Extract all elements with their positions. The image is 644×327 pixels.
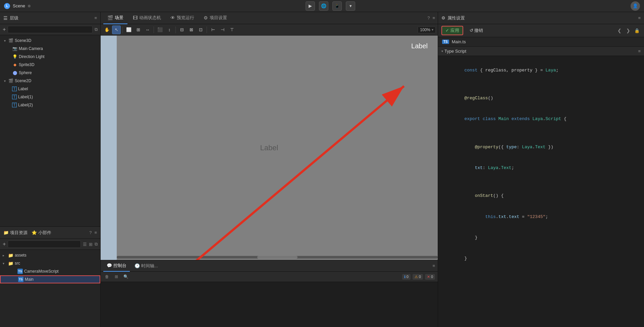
transform1-tool-button[interactable]: ⊢ — [209, 25, 217, 34]
play-button[interactable]: ▶ — [306, 1, 315, 11]
panel1-tool-button[interactable]: ⊟ — [177, 25, 186, 34]
transform2-tool-button[interactable]: ⊣ — [218, 25, 227, 34]
project-filter-icon[interactable]: ☰ — [83, 242, 87, 247]
console-badges: ℹ 0 ⚠ 0 ✕ 0 — [402, 274, 435, 280]
hand-tool-button[interactable]: ✋ — [103, 25, 111, 34]
next-button[interactable]: ❯ — [625, 27, 632, 34]
title-bar: L Scene ▶ 🌐 📱 ▾ 👤 — [0, 0, 644, 12]
panel3-tool-button[interactable]: ⊡ — [196, 25, 205, 34]
title-dot — [28, 5, 31, 7]
hierarchy-search-bar: + ⧉ — [0, 24, 100, 35]
preview-tab-label: 预览运行 — [177, 15, 194, 21]
console-header: 💬 控制台 🕐 时间轴... ≡ — [101, 260, 438, 272]
code-line-1: const { regClass, property } = Laya; — [443, 60, 639, 81]
project-menu-icon[interactable]: ≡ — [94, 230, 97, 235]
grid-tool-button[interactable]: ⊞ — [134, 25, 143, 34]
tree-item-label1[interactable]: T Label — [0, 85, 100, 93]
toolbar-sep-3 — [175, 26, 176, 33]
scene-label-top-right: Label — [411, 42, 428, 50]
cancel-button[interactable]: ↺ 撤销 — [466, 26, 487, 35]
tab-project-assets[interactable]: 📁 项目资源 — [3, 230, 28, 236]
scene-toolbar: ✋ ↖ ⬜ ⊞ ↔ ⬛ ↕ ⊟ ⊠ ⊡ ⊢ ⊣ ⊤ 100% ▾ — [101, 24, 438, 36]
properties-header: ⚙ 属性设置 ≡ — [438, 12, 644, 24]
project-item-camera-script[interactable]: TS CameraMoveScript — [0, 267, 100, 275]
tree-arrow — [7, 47, 11, 51]
tree-item-scene3d[interactable]: ▾ 🎬 Scene3D — [0, 37, 100, 45]
scene-menu-icon[interactable]: ≡ — [432, 15, 435, 20]
tab-timeline[interactable]: 🕐 时间轴... — [131, 260, 161, 272]
main-ts-icon: TS — [18, 277, 23, 282]
project-help-icon[interactable]: ? — [89, 230, 92, 235]
tab-console[interactable]: 💬 控制台 — [103, 260, 130, 272]
assets-folder-icon: 📁 — [8, 253, 13, 258]
camera-script-label: CameraMoveScript — [24, 269, 59, 274]
tree-item-sprite3d[interactable]: ◆ Sprite3D — [0, 61, 100, 69]
project-copy-icon[interactable]: ⧉ — [95, 241, 98, 247]
properties-header-left: ⚙ 属性设置 — [441, 15, 465, 21]
right-panel: ⚙ 属性设置 ≡ ✓ 应用 ↺ 撤销 ❮ ❯ 🔒 TS Main.ts ▾ — [438, 12, 644, 327]
dropdown-button[interactable]: ▾ — [346, 1, 355, 11]
project-grid-icon[interactable]: ⊞ — [89, 242, 93, 247]
lock-button[interactable]: 🔒 — [633, 27, 641, 34]
code-line-blank1 — [443, 81, 639, 88]
rect2-tool-button[interactable]: ⬛ — [156, 25, 164, 34]
preview-tab-icon: 👁 — [170, 15, 175, 20]
code-line-4: export class Main extends Laya.Script { — [443, 109, 639, 130]
sprite3d-icon: ◆ — [12, 62, 17, 67]
src-folder-icon: 📁 — [8, 261, 13, 266]
hierarchy-search-input[interactable] — [8, 26, 93, 33]
panel2-tool-button[interactable]: ⊠ — [187, 25, 196, 34]
tab-animation[interactable]: 🎞 动画状态机 — [129, 12, 165, 24]
section-collapse-arrow[interactable]: ▾ — [441, 49, 443, 53]
transform3-tool-button[interactable]: ⊤ — [227, 25, 236, 34]
project-search-input[interactable] — [8, 240, 81, 248]
center-tab-bar: 🎬 场景 🎞 动画状态机 👁 预览运行 ⚙ 项目设置 ? ≡ — [101, 12, 438, 24]
scene2d-label: Scene2D — [15, 78, 31, 83]
tree-item-main-camera[interactable]: 📷 Main Camera — [0, 45, 100, 53]
rect-tool-button[interactable]: ⬜ — [124, 25, 133, 34]
label2-label: Label(1) — [18, 95, 33, 99]
tree-item-scene2d[interactable]: ▾ 🎬 Scene2D — [0, 77, 100, 85]
tree-arrow — [7, 103, 11, 107]
main-label: Main — [25, 277, 34, 282]
move-tool-button[interactable]: ↔ — [143, 25, 152, 34]
main-camera-label: Main Camera — [19, 46, 43, 51]
scene-scrollbar[interactable] — [117, 256, 438, 259]
console-format-button[interactable]: ⊞ — [113, 273, 120, 280]
select-tool-button[interactable]: ↖ — [112, 25, 121, 34]
mobile-button[interactable]: 📱 — [332, 1, 342, 11]
console-search-button[interactable]: 🔍 — [122, 273, 129, 280]
tree-item-label3[interactable]: T Label(2) — [0, 101, 100, 109]
project-tabs: 📁 项目资源 ⭐ 小部件 — [3, 230, 51, 236]
scale-tool-button[interactable]: ↕ — [165, 25, 174, 34]
tree-item-direction-light[interactable]: 💡 Direction Light — [0, 53, 100, 61]
label3-label: Label(2) — [18, 103, 33, 107]
zoom-dropdown-icon[interactable]: ▾ — [432, 28, 433, 32]
globe-button[interactable]: 🌐 — [319, 1, 328, 11]
window-title: Scene — [13, 3, 25, 8]
hierarchy-add-button[interactable]: + — [3, 26, 6, 33]
code-line-11: } — [443, 227, 639, 248]
hierarchy-copy-icon[interactable]: ⧉ — [95, 27, 98, 32]
properties-menu-icon[interactable]: ≡ — [638, 15, 641, 20]
tab-widgets[interactable]: ⭐ 小部件 — [32, 230, 51, 236]
apply-button[interactable]: ✓ 应用 — [441, 26, 463, 35]
scene-viewport[interactable]: Label Label — [101, 36, 438, 260]
main-layout: ☰ 层级 ≡ + ⧉ ▾ 🎬 Scene3D 📷 Main Camera — [0, 12, 644, 327]
tab-settings[interactable]: ⚙ 项目设置 — [200, 12, 231, 24]
project-item-main[interactable]: TS Main — [0, 275, 100, 283]
prev-button[interactable]: ❮ — [616, 27, 623, 34]
warning-count: 0 — [419, 275, 421, 279]
console-menu-icon[interactable]: ≡ — [432, 263, 435, 268]
tab-preview[interactable]: 👁 预览运行 — [166, 12, 198, 24]
hierarchy-menu-icon[interactable]: ≡ — [94, 15, 97, 20]
console-clear-button[interactable]: 🗑 — [103, 273, 111, 280]
project-item-assets[interactable]: ▸ 📁 assets — [0, 251, 100, 259]
project-item-src[interactable]: ▾ 📁 src — [0, 259, 100, 267]
tab-scene[interactable]: 🎬 场景 — [103, 12, 127, 24]
project-add-button[interactable]: + — [3, 241, 6, 247]
tree-item-label2[interactable]: T Label(1) — [0, 93, 100, 101]
tree-item-sphere[interactable]: ⬤ Sphere — [0, 69, 100, 77]
section-menu-icon[interactable]: ≡ — [638, 49, 641, 54]
scene-help-icon[interactable]: ? — [427, 15, 430, 20]
